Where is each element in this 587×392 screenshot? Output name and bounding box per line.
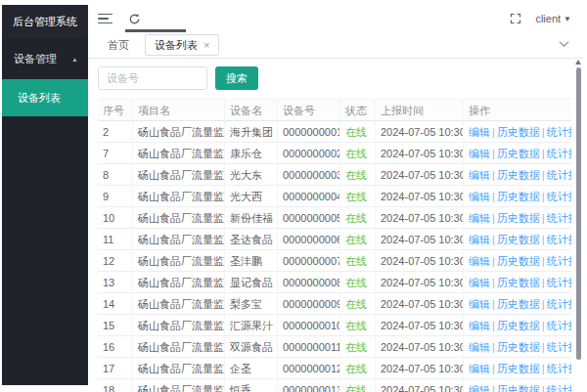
table-row: 16砀山食品厂流量监测双源食品0000000011在线2024-07-05 10… (98, 336, 571, 358)
device-code-cell: 0000000007 (278, 250, 340, 272)
history-data-link[interactable]: 历史数据 (497, 277, 540, 288)
device-code-cell: 0000000001 (278, 121, 340, 143)
column-header: 项目名 (133, 100, 225, 121)
separator: | (542, 384, 545, 392)
statistics-report-link[interactable]: 统计报表 (547, 363, 571, 374)
separator: | (492, 384, 495, 392)
operations-cell: 编辑|历史数据|统计报表 (464, 207, 571, 229)
report-time-cell: 2024-07-05 10:30:20 (376, 164, 464, 186)
statistics-report-link[interactable]: 统计报表 (547, 277, 571, 288)
statistics-report-link[interactable]: 统计报表 (547, 234, 571, 245)
statistics-report-link[interactable]: 统计报表 (547, 169, 571, 181)
device-code-cell: 0000000013 (278, 379, 340, 392)
tab-home[interactable]: 首页 (98, 34, 139, 56)
device-name-cell: 企圣 (225, 358, 278, 379)
history-data-link[interactable]: 历史数据 (497, 169, 540, 181)
history-data-link[interactable]: 历史数据 (497, 212, 540, 224)
edit-link[interactable]: 编辑 (469, 234, 490, 245)
history-data-link[interactable]: 历史数据 (497, 234, 540, 245)
history-data-link[interactable]: 历史数据 (497, 191, 540, 202)
column-header: 设备名 (225, 100, 278, 121)
statistics-report-link[interactable]: 统计报表 (547, 320, 571, 331)
content-panel: 搜索 序号项目名设备名设备号状态上报时间操作 2砀山食品厂流量监测海升集团000… (88, 59, 583, 392)
sidebar-item-device-management[interactable]: 设备管理 ▲ (2, 38, 88, 79)
separator: | (542, 212, 545, 224)
separator: | (492, 255, 495, 267)
serial-cell: 18 (98, 379, 133, 392)
project-cell: 砀山食品厂流量监测 (133, 358, 225, 379)
statistics-report-link[interactable]: 统计报表 (547, 384, 571, 392)
statistics-report-link[interactable]: 统计报表 (547, 191, 571, 202)
statistics-report-link[interactable]: 统计报表 (547, 148, 571, 159)
fullscreen-icon[interactable] (510, 13, 521, 24)
device-name-cell: 海升集团 (225, 121, 278, 143)
statistics-report-link[interactable]: 统计报表 (547, 212, 571, 224)
column-header: 上报时间 (376, 100, 464, 121)
statistics-report-link[interactable]: 统计报表 (547, 255, 571, 267)
separator: | (542, 169, 545, 181)
edit-link[interactable]: 编辑 (469, 212, 490, 224)
project-cell: 砀山食品厂流量监测 (133, 164, 225, 186)
history-data-link[interactable]: 历史数据 (497, 341, 540, 353)
close-icon[interactable]: × (203, 40, 209, 51)
statistics-report-link[interactable]: 统计报表 (547, 298, 571, 310)
scrollbar[interactable] (574, 60, 582, 379)
separator: | (542, 277, 545, 288)
table-row: 8砀山食品厂流量监测光大东0000000003在线2024-07-05 10:3… (98, 164, 571, 186)
history-data-link[interactable]: 历史数据 (497, 126, 540, 138)
hamburger-icon[interactable] (98, 14, 113, 24)
edit-link[interactable]: 编辑 (469, 255, 490, 267)
device-name-cell: 康乐仓 (225, 143, 278, 164)
edit-link[interactable]: 编辑 (469, 320, 490, 331)
history-data-link[interactable]: 历史数据 (497, 148, 540, 159)
search-button[interactable]: 搜索 (215, 66, 258, 90)
user-dropdown[interactable]: client ▼ (535, 13, 571, 24)
scrollbar-up-arrow-icon[interactable] (575, 60, 581, 65)
edit-link[interactable]: 编辑 (469, 191, 490, 202)
column-header: 序号 (98, 100, 133, 121)
project-cell: 砀山食品厂流量监测 (133, 207, 225, 229)
device-code-cell: 0000000003 (278, 164, 340, 186)
edit-link[interactable]: 编辑 (469, 169, 490, 181)
history-data-link[interactable]: 历史数据 (497, 255, 540, 267)
report-time-cell: 2024-07-05 10:30:15 (376, 143, 464, 164)
operations-cell: 编辑|历史数据|统计报表 (464, 336, 571, 358)
separator: | (492, 363, 495, 374)
edit-link[interactable]: 编辑 (469, 363, 490, 374)
status-cell: 在线 (340, 336, 376, 358)
device-code-cell: 0000000002 (278, 143, 340, 164)
serial-cell: 9 (98, 186, 133, 207)
separator: | (492, 126, 495, 138)
refresh-icon[interactable] (128, 13, 141, 25)
status-cell: 在线 (340, 272, 376, 293)
edit-link[interactable]: 编辑 (469, 298, 490, 310)
report-time-cell: 2024-07-05 10:30:07 (376, 336, 464, 358)
edit-link[interactable]: 编辑 (469, 148, 490, 159)
operations-cell: 编辑|历史数据|统计报表 (464, 358, 571, 379)
history-data-link[interactable]: 历史数据 (497, 298, 540, 310)
table-header: 序号项目名设备名设备号状态上报时间操作 (98, 100, 571, 121)
history-data-link[interactable]: 历史数据 (497, 320, 540, 331)
edit-link[interactable]: 编辑 (469, 277, 490, 288)
operations-cell: 编辑|历史数据|统计报表 (464, 121, 571, 143)
edit-link[interactable]: 编辑 (469, 341, 490, 353)
report-time-cell: 2024-07-05 10:30:14 (376, 379, 464, 392)
main-area: client ▼ 首页 设备列表 × 搜索 (88, 5, 583, 385)
history-data-link[interactable]: 历史数据 (497, 363, 540, 374)
statistics-report-link[interactable]: 统计报表 (547, 341, 571, 353)
separator: | (542, 298, 545, 310)
edit-link[interactable]: 编辑 (469, 126, 490, 138)
edit-link[interactable]: 编辑 (469, 384, 490, 392)
report-time-cell: 2024-07-05 10:30:12 (376, 358, 464, 379)
statistics-report-link[interactable]: 统计报表 (547, 126, 571, 138)
sidebar-item-device-list[interactable]: 设备列表 (2, 79, 88, 116)
device-name-cell: 梨多宝 (225, 293, 278, 315)
history-data-link[interactable]: 历史数据 (497, 384, 540, 392)
operations-cell: 编辑|历史数据|统计报表 (464, 143, 571, 164)
search-input[interactable] (98, 66, 207, 90)
tabs-chevron-down-icon[interactable] (559, 40, 569, 48)
separator: | (542, 255, 545, 267)
scrollbar-thumb[interactable] (576, 67, 581, 360)
device-code-cell: 0000000012 (278, 358, 340, 379)
tab-device-list[interactable]: 设备列表 × (145, 34, 219, 56)
